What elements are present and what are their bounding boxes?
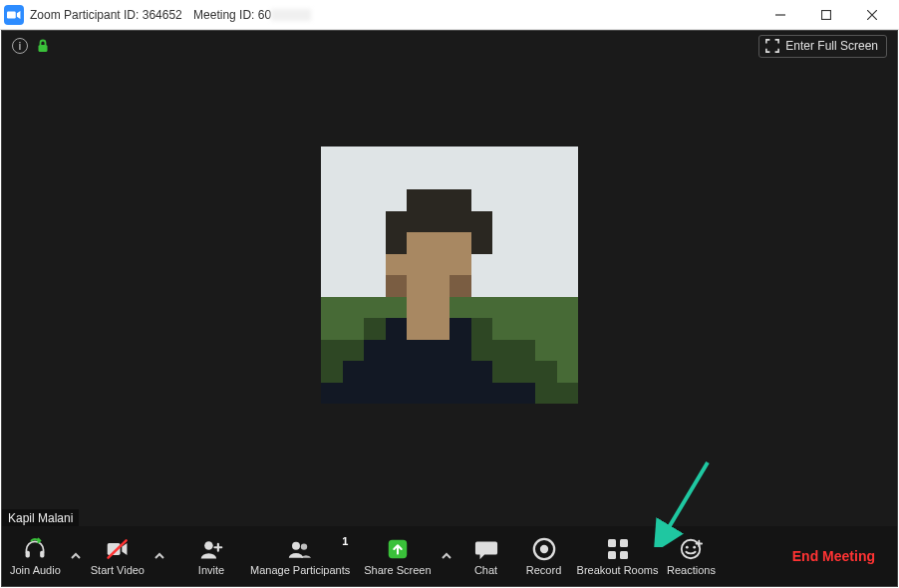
window-title: Zoom Participant ID: 364652 Meeting ID: … (30, 8, 319, 22)
record-button[interactable]: Record (515, 533, 573, 580)
participants-icon (288, 537, 312, 561)
svg-point-18 (682, 539, 700, 557)
redacted-block (271, 9, 311, 21)
reactions-button[interactable]: Reactions (662, 533, 720, 580)
reactions-smiley-icon (679, 537, 703, 561)
invite-person-plus-icon (199, 537, 223, 561)
chat-button[interactable]: Chat (457, 533, 515, 580)
video-camera-off-icon (106, 537, 130, 561)
close-button[interactable] (849, 0, 895, 30)
share-screen-icon (386, 537, 410, 561)
svg-point-19 (686, 545, 689, 548)
svg-rect-0 (7, 11, 16, 18)
svg-rect-15 (620, 539, 628, 547)
start-video-button[interactable]: Start Video (87, 533, 149, 580)
join-audio-button[interactable]: Join Audio (6, 533, 65, 580)
svg-rect-17 (620, 551, 628, 559)
window-titlebar: Zoom Participant ID: 364652 Meeting ID: … (0, 0, 899, 30)
invite-button[interactable]: Invite (182, 533, 240, 580)
audio-options-chevron[interactable] (65, 550, 87, 562)
svg-point-10 (301, 543, 307, 549)
record-icon (532, 537, 556, 561)
breakout-rooms-grid-icon (606, 537, 630, 561)
svg-rect-2 (39, 45, 48, 52)
minimize-button[interactable] (757, 0, 803, 30)
share-options-chevron[interactable] (436, 550, 457, 562)
svg-rect-14 (608, 539, 616, 547)
svg-rect-1 (822, 10, 831, 19)
svg-rect-5 (41, 550, 45, 557)
svg-point-9 (292, 541, 300, 549)
svg-point-8 (204, 541, 213, 550)
breakout-rooms-button[interactable]: Breakout Rooms (573, 533, 663, 580)
manage-participants-button[interactable]: 1 Manage Participants (240, 533, 360, 580)
headphones-icon (23, 537, 47, 561)
video-options-chevron[interactable] (149, 550, 170, 562)
chat-bubble-icon (474, 537, 498, 561)
share-screen-button[interactable]: Share Screen (360, 533, 435, 580)
end-meeting-button[interactable]: End Meeting (774, 548, 893, 564)
participant-avatar (321, 147, 578, 404)
enter-fullscreen-button[interactable]: Enter Full Screen (758, 35, 887, 58)
participants-count-badge: 1 (342, 535, 348, 547)
svg-point-13 (539, 544, 547, 552)
info-strip: i Enter Full Screen (2, 31, 897, 61)
video-area: Kapil Malani (2, 61, 897, 527)
svg-rect-16 (608, 551, 616, 559)
participant-id-text: Zoom Participant ID: 364652 (30, 8, 182, 22)
zoom-app-frame: i Enter Full Screen Kapil Malani Join Au… (1, 30, 898, 587)
info-icon[interactable]: i (12, 38, 28, 54)
svg-point-20 (694, 545, 697, 548)
meeting-id-text: Meeting ID: 60 (193, 8, 311, 22)
zoom-logo-icon (4, 5, 24, 25)
encryption-lock-icon[interactable] (36, 39, 50, 53)
maximize-button[interactable] (803, 0, 849, 30)
participant-name-label: Kapil Malani (2, 509, 79, 527)
fullscreen-label: Enter Full Screen (785, 39, 878, 53)
svg-rect-4 (26, 550, 30, 557)
meeting-toolbar: Join Audio Start Video Invite 1 Manage P… (2, 526, 897, 586)
